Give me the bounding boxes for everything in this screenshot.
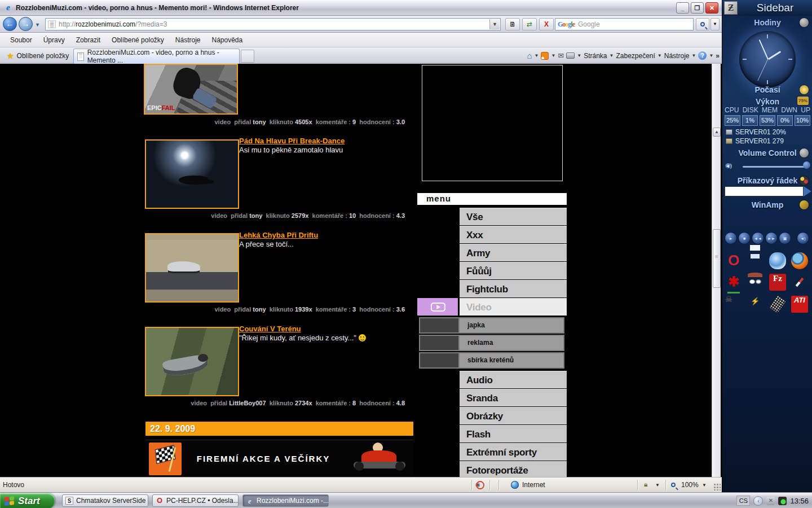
zoom-level[interactable]: 100%	[681, 481, 699, 489]
zoom-icon[interactable]	[671, 481, 676, 489]
clock-gadget-icon[interactable]	[800, 18, 809, 27]
video-thumbnail[interactable]	[145, 327, 239, 396]
menu-item-vse[interactable]: Vše	[460, 208, 567, 225]
taskbar-task-rozzlobenimuzi[interactable]: e RozzlobeniMuzi.com -...	[242, 494, 329, 507]
address-input[interactable]: ▒ http://rozzlobenimuzi.com/?media=3 ▼	[45, 18, 501, 30]
close-button[interactable]: ✕	[705, 2, 718, 14]
tray-status-icon[interactable]	[778, 497, 787, 505]
command-line-input[interactable]	[725, 186, 804, 196]
video-thumbnail[interactable]: EPICFAIL	[144, 64, 238, 115]
volume-button[interactable]: ◄)	[797, 232, 809, 244]
gem-utility-icon[interactable]	[769, 252, 786, 269]
security-menu-button[interactable]: Zabezpečení	[616, 52, 655, 60]
analog-clock[interactable]	[739, 31, 796, 87]
protected-mode-dropdown-icon[interactable]: ▼	[655, 483, 660, 488]
rss-icon[interactable]	[541, 52, 549, 60]
tray-app-icon[interactable]: ✕	[766, 497, 775, 505]
refresh-button[interactable]: ⇄	[522, 18, 537, 30]
home-icon[interactable]: ⌂	[527, 51, 532, 60]
menu-oblibene-polozky[interactable]: Oblíbené položky	[106, 34, 170, 46]
video-title-link[interactable]: Couvání V Terénu	[239, 325, 301, 333]
filezilla-icon[interactable]: Fz	[769, 274, 786, 291]
back-button[interactable]: ←	[3, 17, 17, 31]
menu-soubor[interactable]: Soubor	[5, 34, 38, 46]
menu-item-audio[interactable]: Audio	[460, 371, 567, 388]
winamp-icon[interactable]	[800, 200, 809, 209]
help-dropdown-icon[interactable]: ▼	[709, 53, 713, 58]
firefox-icon[interactable]	[791, 252, 808, 269]
menu-upravy[interactable]: Úpravy	[38, 34, 70, 46]
print-icon[interactable]	[566, 52, 575, 59]
recent-pages-dropdown-icon[interactable]: ▼	[35, 22, 40, 28]
menu-item-fightclub[interactable]: Fightclub	[460, 280, 567, 297]
volume-slider[interactable]: ◄)	[725, 160, 810, 173]
address-dropdown-icon[interactable]: ▼	[489, 19, 500, 29]
protected-mode-icon[interactable]: 🔒︎	[644, 480, 647, 488]
mute-button[interactable]: ◄)	[725, 163, 732, 169]
menu-zobrazit[interactable]: Zobrazit	[70, 34, 106, 46]
stop-button[interactable]: X	[539, 18, 554, 30]
search-button[interactable]	[696, 18, 709, 30]
volume-gadget-icon[interactable]	[800, 148, 809, 157]
cmd-gadget-icon[interactable]	[800, 176, 809, 185]
weather-sun-icon[interactable]	[800, 85, 809, 94]
language-indicator[interactable]: CS	[736, 496, 750, 506]
menu-nastroje[interactable]: Nástroje	[170, 34, 206, 46]
menu-item-extremni-sporty[interactable]: Extrémní sporty	[460, 443, 567, 461]
zoom-dropdown-icon[interactable]: ▼	[702, 483, 707, 488]
tools-menu-button[interactable]: Nástroje	[664, 52, 690, 60]
red-lizard-icon[interactable]: ✱	[725, 274, 742, 291]
menu-item-flash[interactable]: Flash	[460, 425, 567, 443]
run-command-icon[interactable]	[804, 186, 811, 196]
menu-item-xxx[interactable]: Xxx	[460, 226, 567, 243]
previous-track-button[interactable]: ◄◄	[752, 232, 764, 244]
vertical-scrollbar[interactable]: ▲ ▼	[712, 64, 721, 477]
overflow-chevron-icon[interactable]: »	[716, 52, 720, 60]
forward-button[interactable]: →	[19, 17, 33, 31]
video-title-link[interactable]: Lehká Chyba Při Driftu	[239, 231, 318, 239]
submenu-item-reklama[interactable]: reklama	[419, 335, 564, 351]
rss-dropdown-icon[interactable]: ▼	[551, 53, 555, 58]
usb-stick-icon[interactable]	[769, 295, 786, 313]
tab-active[interactable]: ▒ RozzlobeniMuzi.com - video, porno a hn…	[73, 49, 240, 64]
favorites-button[interactable]: ★ Oblíbené položky	[2, 49, 73, 62]
resize-grip[interactable]	[713, 483, 721, 491]
menu-item-fuuuj[interactable]: Fůůůj	[460, 262, 567, 279]
new-tab-button[interactable]	[241, 50, 254, 63]
menu-item-fotoreportaze[interactable]: Fotoreportáže	[460, 461, 567, 477]
print-dropdown-icon[interactable]: ▼	[577, 53, 581, 58]
compatibility-view-button[interactable]: 🗎	[505, 18, 520, 30]
sidebar-logo-icon[interactable]: Ƶ	[724, 1, 738, 15]
menu-item-army[interactable]: Army	[460, 244, 567, 261]
taskbar-task-pchelp[interactable]: O PC-HELP.CZ • Odesla...	[152, 494, 239, 507]
search-input[interactable]: Google Google	[555, 18, 694, 30]
ati-icon[interactable]: ATI	[791, 296, 808, 313]
tray-chevron-icon[interactable]: ‹	[753, 496, 763, 506]
privacy-blocked-icon[interactable]	[475, 481, 484, 488]
search-options-dropdown-icon[interactable]: ▼	[710, 18, 720, 30]
submenu-item-sbirka-kretenu[interactable]: sbírka kreténů	[419, 352, 564, 369]
next-track-button[interactable]: ►►	[765, 232, 778, 244]
stop-playback-button[interactable]: ■	[738, 232, 751, 244]
volume-track[interactable]	[743, 166, 809, 168]
submenu-item-japka[interactable]: japka	[419, 317, 564, 334]
page-menu-button[interactable]: Stránka	[584, 52, 607, 60]
opera-icon[interactable]: O	[725, 252, 742, 269]
restore-button[interactable]: ❐	[691, 2, 704, 14]
taskbar-task-chmatakov[interactable]: S Chmatakov ServerSide	[62, 494, 148, 507]
scrollbar-thumb[interactable]	[713, 229, 721, 288]
menu-item-sranda[interactable]: Sranda	[460, 389, 567, 406]
mail-icon[interactable]: ✉	[558, 51, 564, 60]
taskbar-clock[interactable]: 13:56	[790, 497, 809, 505]
video-thumbnail[interactable]	[145, 233, 239, 303]
help-icon[interactable]: ?	[698, 51, 707, 60]
eject-button[interactable]: ▣	[779, 232, 791, 244]
performance-badge-icon[interactable]: 75%	[797, 97, 809, 105]
start-button[interactable]: Start	[0, 493, 55, 508]
menu-item-video-active[interactable]: Video	[460, 298, 567, 316]
minimize-button[interactable]: _	[676, 2, 689, 14]
play-button[interactable]: ►	[725, 232, 737, 244]
menu-napoveda[interactable]: Nápověda	[206, 34, 249, 46]
scroll-up-icon[interactable]: ▲	[713, 128, 721, 137]
video-title-link[interactable]: Pád Na Hlavu Při Break-Dance	[239, 137, 345, 145]
